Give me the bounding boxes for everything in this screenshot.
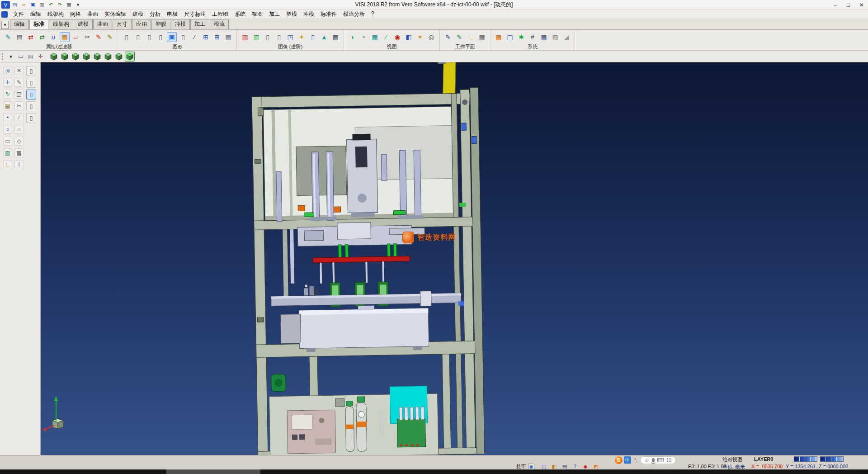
system-cells-icon[interactable]: ▦ xyxy=(539,32,549,42)
menu-item[interactable]: 建模 xyxy=(129,10,146,19)
history-slot-4-icon[interactable]: ▯ xyxy=(26,101,36,111)
toolbar-grip[interactable] xyxy=(2,53,4,60)
menu-item[interactable]: 分析 xyxy=(146,10,164,19)
alert-status-icon[interactable]: ◆ xyxy=(582,463,589,469)
menu-item[interactable]: 塑模 xyxy=(283,10,300,19)
menu-item[interactable]: 文件 xyxy=(10,10,27,19)
ime-toolbox-icon[interactable] xyxy=(666,457,672,463)
menu-item[interactable]: 尺寸标注 xyxy=(181,10,209,19)
image-cylinder-icon[interactable]: ▯ xyxy=(263,32,273,42)
system-hatch-icon[interactable]: ▨ xyxy=(550,32,560,42)
rect-tool-icon[interactable]: ▭ xyxy=(3,137,12,146)
attribute-copy-icon[interactable]: ▤ xyxy=(14,32,24,42)
filter-magnet-icon[interactable]: ∪ xyxy=(48,32,58,42)
history-slot-5-icon[interactable]: ▯ xyxy=(26,113,36,123)
image-shade-icon[interactable]: ▲ xyxy=(319,32,329,42)
history-slot-3-icon[interactable]: ▯ xyxy=(26,90,36,100)
workplane-new-icon[interactable]: ✎ xyxy=(454,32,464,42)
image-box-icon[interactable]: ◳ xyxy=(285,32,295,42)
image-blue-cylinder-icon[interactable]: ▯ xyxy=(308,32,318,42)
3d-viewport[interactable]: 智造资料网 xyxy=(41,62,868,455)
print-status-icon[interactable]: ▤ xyxy=(561,463,568,469)
section-view-icon[interactable]: ∕ xyxy=(381,32,391,42)
grid-settings-icon[interactable]: ▦ xyxy=(65,1,73,9)
pan-tool-icon[interactable]: ✛ xyxy=(3,78,12,87)
sogou-logo-icon[interactable]: S xyxy=(615,456,623,464)
view-orientation-1-icon[interactable] xyxy=(49,52,59,62)
tab[interactable]: 线架构 xyxy=(49,19,73,29)
menu-item[interactable]: 加工 xyxy=(266,10,283,19)
menu-item[interactable]: 冲模 xyxy=(300,10,317,19)
render-status-icon[interactable]: ◧ xyxy=(551,463,557,469)
close-button[interactable]: ✕ xyxy=(855,0,868,9)
camera-view-icon[interactable]: ◎ xyxy=(426,32,436,42)
history-slot-1-icon[interactable]: ▯ xyxy=(26,66,36,76)
tab[interactable]: 编辑 xyxy=(10,19,29,29)
tab-dropdown-icon[interactable]: ▼ xyxy=(1,21,9,29)
zoom-tool-icon[interactable]: ◎ xyxy=(3,66,12,75)
tab[interactable]: 标准 xyxy=(29,19,48,29)
system-ramp-icon[interactable]: ◢ xyxy=(561,32,571,42)
workplane-edit-icon[interactable]: ✎ xyxy=(443,32,453,42)
surface-tool-icon[interactable]: ▨ xyxy=(3,148,12,157)
workplane-grid-icon[interactable]: ▦ xyxy=(477,32,487,42)
open-file-icon[interactable]: ▱ xyxy=(19,1,28,9)
menu-item[interactable]: 网格 xyxy=(67,10,84,19)
attribute-brush-icon[interactable]: ✎ xyxy=(3,32,13,42)
redo-icon[interactable]: ↷ xyxy=(56,1,64,9)
image-tool-icon[interactable]: ✦ xyxy=(297,32,307,42)
hide-view-icon[interactable]: ◉ xyxy=(392,32,402,42)
menu-item[interactable]: 标准件 xyxy=(317,10,340,19)
edit-tool-icon[interactable]: ✎ xyxy=(14,78,24,87)
table-blue2-icon[interactable]: ⊞ xyxy=(212,32,222,42)
machine-3d-model[interactable] xyxy=(41,62,868,455)
entity-cylinder3-icon[interactable]: ▯ xyxy=(144,32,154,42)
swap-red-icon[interactable]: ⇄ xyxy=(26,32,36,42)
selection-box-icon[interactable]: ▣ xyxy=(167,32,177,42)
image-mesh-icon[interactable]: ▦ xyxy=(330,32,340,42)
save-icon[interactable]: ▣ xyxy=(28,1,37,9)
viewbar-dropdown-icon[interactable]: ▾ xyxy=(6,52,15,61)
info-tool-icon[interactable]: i xyxy=(14,160,24,169)
menu-item[interactable]: 曲面 xyxy=(84,10,101,19)
workplane-axis-icon[interactable]: ∟ xyxy=(466,32,476,42)
window-select-icon[interactable]: ▭ xyxy=(16,52,25,61)
new-file-icon[interactable]: ▤ xyxy=(10,1,19,9)
edit-olive-icon[interactable]: ✎ xyxy=(105,32,115,42)
menu-item[interactable]: 视图 xyxy=(249,10,266,19)
view-orientation-4-icon[interactable] xyxy=(81,52,91,62)
point-tool-icon[interactable]: • xyxy=(3,113,12,122)
system-monitor-icon[interactable]: ▢ xyxy=(505,32,515,42)
wireframe-view-icon[interactable]: ◔ xyxy=(359,32,368,42)
menu-item[interactable]: 工程图 xyxy=(209,10,231,19)
swap-green-icon[interactable]: ⇄ xyxy=(37,32,47,42)
help-status-icon[interactable]: ? xyxy=(572,463,578,469)
cut-icon[interactable]: ✂ xyxy=(82,32,92,42)
view-orientation-2-icon[interactable] xyxy=(60,52,70,62)
cube-view-icon[interactable]: ◧ xyxy=(404,32,414,42)
polygon-tool-icon[interactable]: ◇ xyxy=(14,137,24,146)
undo-icon[interactable]: ↶ xyxy=(47,1,55,9)
entity-cylinder2-icon[interactable]: ▯ xyxy=(133,32,143,42)
minimize-button[interactable]: – xyxy=(829,0,842,9)
ime-emoji-icon[interactable]: ☺ xyxy=(644,457,649,463)
ime-mic-icon[interactable] xyxy=(652,458,655,462)
ime-language-icon[interactable]: 中 xyxy=(624,456,631,464)
view-orientation-6-icon[interactable] xyxy=(103,52,113,62)
system-colors-icon[interactable]: ▦ xyxy=(494,32,504,42)
mirror-tool-icon[interactable]: ◫ xyxy=(14,90,24,99)
filter-grid-icon[interactable]: ▦ xyxy=(60,32,70,42)
shade-view-icon[interactable]: ◑ xyxy=(347,32,357,42)
tab[interactable]: 塑膜 xyxy=(151,19,170,29)
entity-cylinder5-icon[interactable]: ▯ xyxy=(178,32,188,42)
tab[interactable]: 加工 xyxy=(190,19,209,29)
snap-toggle[interactable]: 拴牢 ▣ xyxy=(516,463,534,470)
tab[interactable]: 尺寸 xyxy=(113,19,132,29)
maximize-button[interactable]: □ xyxy=(842,0,855,9)
entity-cylinder-icon[interactable]: ▯ xyxy=(122,32,132,42)
display-status-icon[interactable]: ▢ xyxy=(541,463,547,469)
cube-status-icon[interactable]: ◩ xyxy=(593,463,599,469)
image-red-icon[interactable]: ▥ xyxy=(240,32,250,42)
grid-view-icon[interactable]: ▦ xyxy=(370,32,380,42)
layer-label[interactable]: LAYER0 xyxy=(754,456,773,462)
